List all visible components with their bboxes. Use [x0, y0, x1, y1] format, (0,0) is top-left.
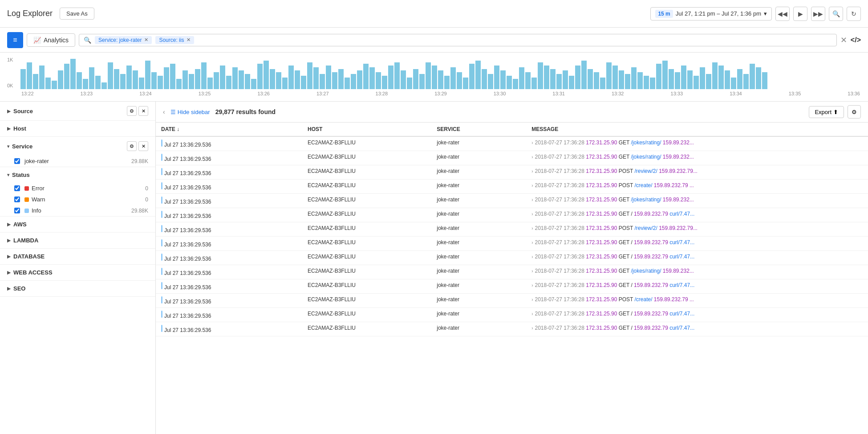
nav-prev-button[interactable]: ◀◀ [775, 7, 790, 21]
clear-search-button[interactable]: ✕ [840, 35, 847, 45]
service-filter-tag[interactable]: Service: joke-rater ✕ [95, 36, 152, 44]
table-row[interactable]: Jul 27 13:36:29.536EC2AMAZ-B3FLLIUjoke-r… [156, 265, 868, 279]
col-service[interactable]: SERVICE [431, 123, 526, 136]
msg-timestamp: 2018-07-27 17:36:28 [535, 325, 586, 331]
search-button[interactable]: 🔍 [829, 7, 843, 21]
msg-path: /jokes/rating/ [631, 268, 662, 274]
sidebar-section-source: ▶ Source ⚙ ✕ [0, 102, 155, 121]
sidebar-section-aws[interactable]: ▶ AWS [0, 217, 155, 233]
search-filter-area[interactable]: 🔍 Service: joke-rater ✕ Source: iis ✕ [79, 34, 837, 46]
row-chevron-icon: › [531, 269, 533, 274]
table-row[interactable]: Jul 27 13:36:29.536EC2AMAZ-B3FLLIUjoke-r… [156, 151, 868, 165]
sidebar-section-seo[interactable]: ▶ SEO [0, 281, 155, 297]
chart-bar [600, 78, 605, 89]
service-clear-button[interactable]: ✕ [138, 141, 148, 151]
log-table[interactable]: DATE ↓ HOST SERVICE MESSAGE Jul 27 13:36… [156, 123, 868, 434]
info-checkbox[interactable] [14, 208, 20, 213]
export-label: Export [815, 109, 831, 115]
cell-host: EC2AMAZ-B3FLLIU [302, 165, 431, 180]
cell-message: ›2018-07-27 17:36:28 172.31.25.90 POST /… [526, 294, 868, 308]
settings-button[interactable]: ⚙ [848, 105, 861, 119]
chart-bar [282, 78, 288, 89]
table-row[interactable]: Jul 27 13:36:29.536EC2AMAZ-B3FLLIUjoke-r… [156, 279, 868, 294]
service-joke-rater-checkbox[interactable] [14, 158, 20, 164]
export-button[interactable]: Export ⬆ [809, 106, 844, 118]
col-host[interactable]: HOST [302, 123, 431, 136]
col-date[interactable]: DATE ↓ [156, 123, 302, 136]
chart-bar [39, 66, 45, 89]
cell-message: ›2018-07-27 17:36:28 172.31.25.90 GET / … [526, 237, 868, 251]
msg-ip2: 159.89.232.79 [634, 325, 669, 331]
sidebar-section-database[interactable]: ▶ DATABASE [0, 249, 155, 265]
cell-message: ›2018-07-27 17:36:28 172.31.25.90 GET / … [526, 322, 868, 336]
chart-bar [214, 72, 219, 89]
chart-bar [307, 62, 312, 89]
status-section-header[interactable]: ▾ Status [0, 167, 155, 183]
sidebar-section-webaccess[interactable]: ▶ WEB ACCESS [0, 265, 155, 281]
table-row[interactable]: Jul 27 13:36:29.536EC2AMAZ-B3FLLIUjoke-r… [156, 308, 868, 322]
chart-bar [170, 64, 175, 89]
source-clear-button[interactable]: ✕ [138, 106, 148, 116]
chart-bar [675, 72, 680, 89]
refresh-button[interactable]: ↻ [847, 7, 861, 21]
service-item-joke-rater[interactable]: joke-rater 29.88K [0, 156, 155, 167]
seo-label: SEO [13, 285, 25, 292]
table-row[interactable]: Jul 27 13:36:29.536EC2AMAZ-B3FLLIUjoke-r… [156, 180, 868, 194]
table-row[interactable]: Jul 27 13:36:29.536EC2AMAZ-B3FLLIUjoke-r… [156, 194, 868, 208]
chart-bar [531, 78, 537, 89]
service-filter-close[interactable]: ✕ [144, 37, 148, 43]
row-indicator [161, 168, 162, 175]
table-row[interactable]: Jul 27 13:36:29.536EC2AMAZ-B3FLLIUjoke-r… [156, 165, 868, 180]
analytics-button[interactable]: 📈 Analytics [27, 33, 75, 47]
chart-bar [694, 76, 699, 89]
save-as-button[interactable]: Save As [60, 8, 94, 20]
msg-ip2: 159.89.232.79 [634, 311, 669, 317]
lambda-chevron-icon: ▶ [7, 238, 11, 243]
status-info-item[interactable]: Info 29.88K [0, 205, 155, 216]
code-button[interactable]: </> [851, 36, 861, 44]
database-chevron-icon: ▶ [7, 254, 11, 259]
table-row[interactable]: Jul 27 13:36:29.536EC2AMAZ-B3FLLIUjoke-r… [156, 208, 868, 222]
table-row[interactable]: Jul 27 13:36:29.536EC2AMAZ-B3FLLIUjoke-r… [156, 251, 868, 265]
gear-icon: ⚙ [852, 109, 857, 115]
status-error-item[interactable]: Error 0 [0, 183, 155, 194]
table-row[interactable]: Jul 27 13:36:29.536EC2AMAZ-B3FLLIUjoke-r… [156, 294, 868, 308]
host-section-header[interactable]: ▶ Host [0, 121, 155, 136]
service-section-header[interactable]: ▾ Service ⚙ ✕ [0, 137, 155, 156]
chart-bar [320, 74, 325, 89]
chart-bar [382, 76, 387, 89]
chart-bar [469, 64, 475, 89]
table-row[interactable]: Jul 27 13:36:29.536EC2AMAZ-B3FLLIUjoke-r… [156, 222, 868, 237]
nav-play-button[interactable]: ▶ [793, 7, 807, 21]
sidebar-section-lambda[interactable]: ▶ LAMBDA [0, 233, 155, 249]
msg-extra: curl/7.47... [669, 282, 694, 288]
col-message[interactable]: MESSAGE [526, 123, 868, 136]
source-section-header[interactable]: ▶ Source ⚙ ✕ [0, 102, 155, 120]
service-filter-button[interactable]: ⚙ [127, 141, 137, 151]
table-row[interactable]: Jul 27 13:36:29.536EC2AMAZ-B3FLLIUjoke-r… [156, 322, 868, 336]
chart-bar [450, 67, 456, 89]
source-filter-tag[interactable]: Source: iis ✕ [155, 36, 194, 44]
info-count: 29.88K [131, 208, 148, 214]
cell-service: joke-rater [431, 279, 526, 294]
table-row[interactable]: Jul 27 13:36:29.536EC2AMAZ-B3FLLIUjoke-r… [156, 136, 868, 151]
chart-bar [195, 69, 200, 89]
time-range-selector[interactable]: 15 m Jul 27, 1:21 pm – Jul 27, 1:36 pm ▾ [650, 7, 772, 20]
row-indicator [161, 139, 162, 147]
cell-date: Jul 27 13:36:29.536 [156, 322, 302, 336]
warn-checkbox[interactable] [14, 197, 20, 202]
status-warn-item[interactable]: Warn 0 [0, 194, 155, 205]
cell-message: ›2018-07-27 17:36:28 172.31.25.90 GET / … [526, 251, 868, 265]
msg-ip2: 159.89.232... [663, 197, 694, 203]
source-filter-close[interactable]: ✕ [187, 37, 191, 43]
lambda-label: LAMBDA [13, 237, 38, 244]
row-indicator [161, 197, 162, 204]
cell-host: EC2AMAZ-B3FLLIU [302, 180, 431, 194]
list-view-button[interactable]: ≡ [7, 32, 23, 48]
hide-sidebar-button[interactable]: ☰ Hide sidebar [170, 109, 210, 115]
table-row[interactable]: Jul 27 13:36:29.536EC2AMAZ-B3FLLIUjoke-r… [156, 237, 868, 251]
chart-bar [494, 66, 499, 89]
nav-next-button[interactable]: ▶▶ [811, 7, 825, 21]
source-filter-button[interactable]: ⚙ [127, 106, 137, 116]
error-checkbox[interactable] [14, 185, 20, 191]
